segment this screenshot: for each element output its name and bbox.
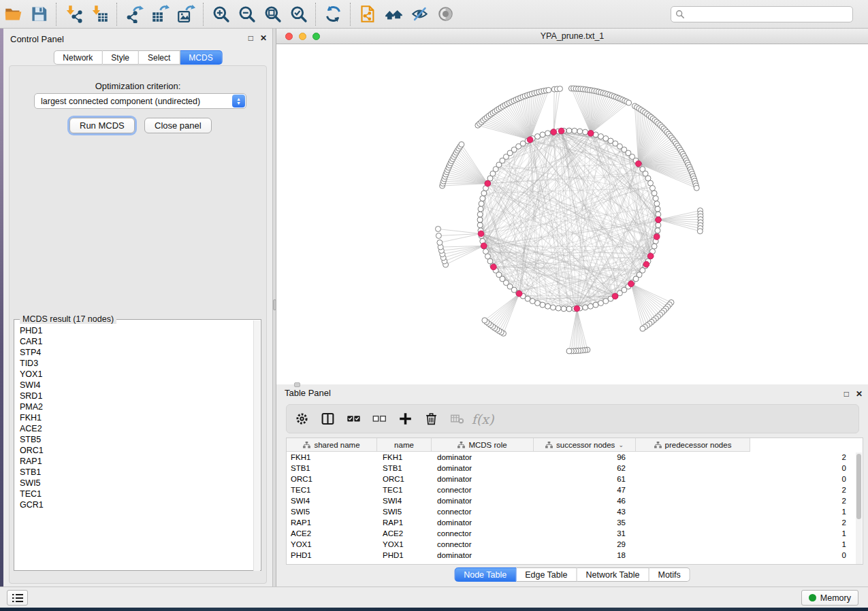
zoom-fit-icon[interactable] — [259, 2, 285, 27]
tab-select[interactable]: Select — [139, 50, 180, 65]
delete-row-icon[interactable] — [423, 411, 439, 427]
close-panel-icon[interactable]: ✕ — [260, 33, 267, 43]
scrollbar-thumb[interactable] — [856, 454, 861, 519]
add-row-icon[interactable] — [397, 411, 413, 427]
tab-network-table[interactable]: Network Table — [577, 567, 649, 582]
cell: FKH1 — [379, 453, 433, 461]
column-header-predecessor-nodes[interactable]: predecessor nodes — [636, 438, 750, 452]
table-tabs: Node TableEdge TableNetwork TableMotifs — [454, 567, 690, 582]
table-row[interactable]: TEC1TEC1connector472 — [287, 484, 863, 495]
tab-style[interactable]: Style — [102, 50, 139, 65]
close-panel-icon[interactable]: ✕ — [856, 389, 863, 399]
mcds-result-groupbox: MCDS result (17 nodes) PHD1CAR1STP4TID3Y… — [14, 319, 261, 571]
mcds-result-item[interactable]: ORC1 — [20, 445, 255, 456]
float-panel-icon[interactable]: □ — [248, 33, 253, 43]
hide-graphics-icon[interactable] — [406, 2, 432, 27]
close-panel-button[interactable]: Close panel — [144, 118, 212, 133]
cell: TEC1 — [287, 486, 379, 494]
table-row[interactable]: ACE2ACE2connector311 — [287, 528, 863, 539]
table-row[interactable]: ORC1ORC1dominator610 — [287, 474, 863, 484]
refresh-icon[interactable] — [320, 2, 346, 27]
float-panel-icon[interactable]: □ — [844, 389, 849, 399]
column-header-name[interactable]: name — [377, 438, 432, 452]
delete-table-icon[interactable] — [449, 411, 465, 427]
share-document-icon[interactable] — [355, 2, 381, 27]
node-table[interactable]: shared namenameMCDS rolesuccessor nodes⌄… — [286, 437, 863, 565]
optimization-criterion-select[interactable]: largest connected component (undirected)… — [34, 93, 246, 109]
mcds-result-item[interactable]: PHD1 — [20, 325, 255, 336]
mcds-result-item[interactable]: TID3 — [20, 358, 255, 369]
zoom-selected-icon[interactable] — [285, 2, 311, 27]
mcds-result-item[interactable]: TEC1 — [20, 489, 255, 499]
mcds-result-item[interactable]: FKH1 — [20, 412, 255, 423]
zoom-out-icon[interactable] — [234, 2, 259, 27]
mcds-result-item[interactable]: STB1 — [20, 467, 255, 478]
zoom-in-icon[interactable] — [208, 2, 234, 27]
function-builder-icon[interactable]: f(x) — [475, 411, 491, 427]
open-file-icon[interactable] — [0, 2, 26, 27]
table-row[interactable]: YOX1YOX1connector291 — [287, 539, 863, 550]
cell: 31 — [535, 529, 637, 538]
deselect-all-icon[interactable] — [371, 411, 387, 427]
table-row[interactable]: RAP1RAP1dominator352 — [287, 517, 863, 528]
save-session-icon[interactable] — [26, 2, 52, 27]
mcds-result-item[interactable]: PMA2 — [20, 401, 255, 412]
cell: TEC1 — [379, 486, 433, 494]
task-history-button[interactable] — [7, 590, 28, 606]
column-label: successor nodes — [556, 441, 615, 449]
select-all-icon[interactable] — [345, 411, 361, 427]
search-icon — [675, 10, 685, 19]
cell: dominator — [433, 497, 535, 505]
import-table-icon[interactable] — [86, 2, 112, 27]
table-row[interactable]: SWI4SWI4dominator462 — [287, 495, 863, 506]
table-scrollbar[interactable] — [856, 452, 862, 564]
show-graphics-details-icon[interactable] — [432, 2, 458, 27]
memory-button[interactable]: Memory — [801, 590, 858, 606]
mcds-result-item[interactable]: ACE2 — [20, 423, 255, 434]
sort-chevron-icon[interactable]: ⌄ — [618, 442, 624, 448]
export-table-icon[interactable] — [147, 2, 173, 27]
mcds-result-list[interactable]: PHD1CAR1STP4TID3YOX1SWI4SRD1PMA2FKH1ACE2… — [15, 325, 255, 565]
mcds-result-item[interactable]: RAP1 — [20, 456, 255, 467]
table-body: FKH1FKH1dominator962STB1STB1dominator620… — [287, 452, 863, 561]
network-window-titlebar[interactable]: YPA_prune.txt_1 — [276, 29, 868, 44]
network-graph[interactable] — [276, 44, 868, 384]
column-header-successor-nodes[interactable]: successor nodes⌄ — [534, 438, 636, 452]
search-box[interactable] — [671, 6, 853, 22]
tab-motifs[interactable]: Motifs — [649, 567, 690, 582]
run-mcds-button[interactable]: Run MCDS — [69, 118, 135, 133]
mcds-result-item[interactable]: SWI4 — [20, 380, 255, 391]
mcds-result-item[interactable]: YOX1 — [20, 369, 255, 380]
tab-network[interactable]: Network — [53, 50, 102, 65]
mcds-result-item[interactable]: GCR1 — [20, 499, 255, 510]
mcds-result-item[interactable]: STP4 — [20, 347, 255, 358]
table-row[interactable]: FKH1FKH1dominator962 — [287, 452, 863, 463]
search-input[interactable] — [685, 7, 852, 21]
cell: connector — [433, 486, 535, 494]
split-view-icon[interactable] — [319, 411, 336, 427]
table-row[interactable]: PHD1PHD1dominator180 — [287, 550, 863, 561]
cell: 2 — [637, 486, 860, 494]
cell: 2 — [637, 518, 860, 527]
tab-mcds[interactable]: MCDS — [180, 50, 222, 65]
tab-edge-table[interactable]: Edge Table — [516, 567, 577, 582]
tab-node-table[interactable]: Node Table — [454, 567, 516, 582]
table-toolbar: f(x) — [286, 404, 859, 433]
table-row[interactable]: STB1STB1dominator620 — [287, 463, 863, 474]
export-network-icon[interactable] — [121, 2, 147, 27]
mcds-result-item[interactable]: STB5 — [20, 434, 255, 445]
mcds-result-item[interactable]: SRD1 — [20, 391, 255, 401]
export-image-icon[interactable] — [173, 2, 199, 27]
network-view-canvas[interactable] — [276, 44, 868, 384]
horizontal-splitter-knob[interactable] — [294, 382, 300, 387]
table-row[interactable]: SWI5SWI5connector431 — [287, 506, 863, 517]
settings-icon[interactable] — [293, 411, 310, 427]
mcds-list-scrollbar[interactable] — [253, 320, 260, 571]
houses-icon[interactable] — [381, 2, 406, 27]
column-header-mcds-role[interactable]: MCDS role — [432, 438, 534, 452]
import-network-icon[interactable] — [61, 2, 86, 27]
column-header-shared-name[interactable]: shared name — [287, 438, 377, 452]
cell: 35 — [535, 518, 637, 527]
mcds-result-item[interactable]: CAR1 — [20, 336, 255, 347]
mcds-result-item[interactable]: SWI5 — [20, 478, 255, 489]
